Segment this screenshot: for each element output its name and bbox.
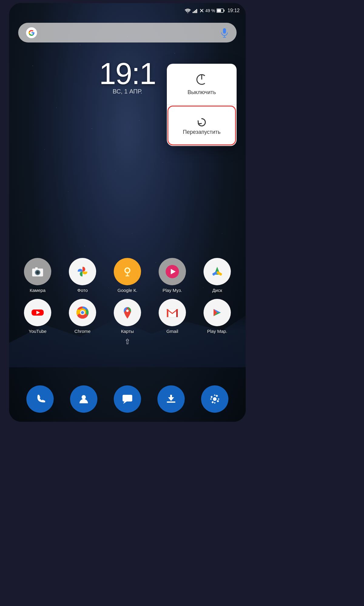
svg-point-25 (126, 269, 129, 272)
drive-app-icon (209, 264, 225, 279)
downloads-icon (164, 392, 178, 406)
app-drive-label: Диск (212, 288, 222, 293)
wifi-icon (184, 8, 191, 13)
svg-rect-8 (224, 10, 224, 12)
app-chrome[interactable]: Chrome (63, 299, 102, 334)
svg-rect-4 (196, 9, 197, 13)
svg-rect-2 (194, 11, 195, 13)
app-gmail-label: Gmail (166, 329, 178, 334)
shutdown-button[interactable]: Выключить (167, 64, 237, 105)
signal-icon (193, 8, 198, 13)
svg-marker-59 (123, 401, 127, 404)
app-playmusic-label: Play Муз. (163, 288, 182, 293)
app-maps-label: Карты (121, 329, 134, 334)
svg-rect-3 (195, 10, 196, 13)
app-drive[interactable]: Диск (197, 258, 237, 293)
battery-icon (217, 8, 224, 13)
app-grid: Камера Фото (9, 258, 246, 340)
svg-rect-21 (35, 267, 38, 269)
screen: 49 % 19:12 (9, 3, 246, 422)
dock (9, 385, 246, 413)
app-youtube[interactable]: YouTube (18, 299, 57, 334)
gmail-app-icon (164, 305, 180, 320)
dock-messages[interactable] (114, 385, 141, 413)
photos-app-icon (75, 264, 90, 279)
phone-icon (33, 392, 47, 406)
dock-phone[interactable] (26, 385, 54, 413)
svg-rect-62 (170, 395, 172, 400)
app-photos[interactable]: Фото (63, 258, 102, 293)
dock-contacts[interactable] (70, 385, 97, 413)
power-off-icon (195, 73, 208, 86)
app-googlekeep[interactable]: Google К. (108, 258, 147, 293)
app-playmarket[interactable]: Play Map. (197, 299, 237, 334)
svg-rect-58 (123, 395, 132, 401)
playmusic-app-icon (164, 264, 180, 279)
dock-downloads[interactable] (157, 385, 185, 413)
svg-point-0 (187, 12, 188, 13)
svg-point-57 (82, 395, 86, 399)
phone-frame: 49 % 19:12 (9, 3, 246, 422)
shutdown-label: Выключить (187, 89, 216, 96)
restart-icon (195, 116, 208, 129)
app-camera-label: Камера (30, 288, 46, 293)
contacts-icon (77, 392, 90, 406)
power-menu: Выключить Перезапустить (167, 64, 237, 146)
signal-x-icon (200, 8, 204, 13)
maps-app-icon (120, 305, 135, 320)
chrome-app-icon (75, 305, 90, 320)
app-maps[interactable]: Карты (108, 299, 147, 334)
playmarket-app-icon (209, 305, 225, 320)
app-gmail[interactable]: Gmail (153, 299, 192, 334)
battery-text: 49 % (205, 8, 215, 13)
camera-app-icon (30, 264, 46, 279)
app-row-1: Камера Фото (15, 258, 240, 293)
mic-icon[interactable] (220, 28, 229, 38)
google-logo (26, 27, 37, 39)
app-drawer-arrow[interactable]: ⇧ (9, 337, 246, 346)
status-time: 19:12 (228, 8, 240, 13)
svg-point-63 (213, 397, 217, 401)
svg-point-46 (126, 310, 129, 312)
app-chrome-label: Chrome (74, 329, 90, 334)
search-bar[interactable] (18, 23, 237, 42)
status-bar: 49 % 19:12 (9, 3, 246, 18)
svg-rect-1 (193, 12, 194, 13)
app-row-2: YouTube (15, 299, 240, 334)
googlekeep-app-icon (120, 264, 135, 279)
app-playmarket-label: Play Map. (207, 329, 228, 334)
app-youtube-label: YouTube (29, 329, 47, 334)
app-photos-label: Фото (77, 288, 88, 293)
youtube-app-icon (30, 305, 46, 320)
svg-point-44 (81, 311, 84, 314)
dock-settings[interactable] (201, 385, 228, 413)
app-playmusic[interactable]: Play Муз. (153, 258, 192, 293)
drawer-arrow-icon: ⇧ (124, 337, 130, 346)
messages-icon (121, 392, 134, 406)
status-icons: 49 % (184, 8, 224, 13)
settings-icon (208, 392, 221, 406)
svg-rect-11 (223, 28, 226, 34)
app-googlekeep-label: Google К. (117, 288, 137, 293)
svg-rect-9 (217, 9, 221, 12)
svg-point-20 (37, 272, 39, 273)
restart-button[interactable]: Перезапустить (167, 106, 236, 145)
app-camera[interactable]: Камера (18, 258, 57, 293)
restart-label: Перезапустить (183, 129, 221, 135)
svg-rect-60 (167, 401, 175, 403)
